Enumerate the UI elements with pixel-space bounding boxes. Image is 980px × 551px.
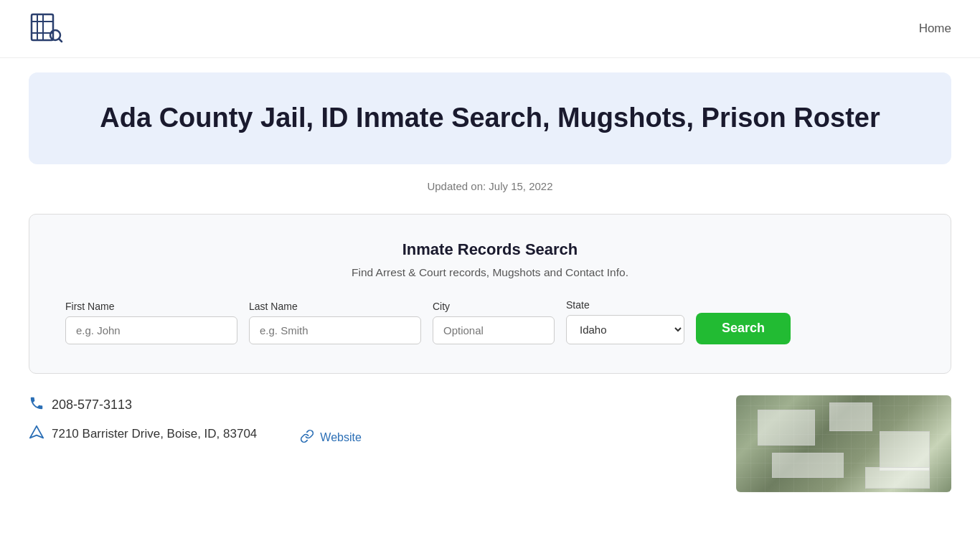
search-card: Inmate Records Search Find Arrest & Cour… bbox=[29, 214, 951, 374]
phone-icon bbox=[29, 395, 44, 415]
map-image bbox=[736, 395, 951, 492]
map-building-2 bbox=[829, 402, 872, 431]
search-fields: First Name Last Name City State AlabamaA… bbox=[65, 299, 915, 344]
info-left: 208-577-3113 7210 Barrister Drive, Boise… bbox=[29, 395, 707, 454]
hero-title: Ada County Jail, ID Inmate Search, Mugsh… bbox=[72, 101, 908, 136]
phone-number: 208-577-3113 bbox=[52, 397, 132, 413]
address-icon bbox=[29, 425, 44, 444]
last-name-field-group: Last Name bbox=[249, 301, 421, 344]
city-field-group: City bbox=[433, 301, 555, 344]
website-link[interactable]: Website bbox=[300, 429, 362, 446]
last-name-input[interactable] bbox=[249, 316, 421, 344]
address-text: 7210 Barrister Drive, Boise, ID, 83704 bbox=[52, 427, 257, 441]
logo[interactable] bbox=[29, 10, 63, 47]
updated-on: Updated on: July 15, 2022 bbox=[0, 180, 980, 192]
map-buildings bbox=[736, 395, 951, 492]
navbar: Home bbox=[0, 0, 980, 58]
state-field-group: State AlabamaAlaskaArizonaArkansasCalifo… bbox=[566, 299, 684, 344]
nav-home[interactable]: Home bbox=[919, 22, 951, 36]
map-building-3 bbox=[772, 453, 844, 478]
search-card-title: Inmate Records Search bbox=[65, 240, 915, 259]
info-phone: 208-577-3113 bbox=[29, 395, 707, 415]
state-label: State bbox=[566, 299, 684, 311]
first-name-input[interactable] bbox=[65, 316, 237, 344]
svg-line-6 bbox=[59, 39, 62, 42]
first-name-field-group: First Name bbox=[65, 301, 237, 344]
svg-marker-7 bbox=[30, 425, 43, 438]
city-label: City bbox=[433, 301, 555, 312]
search-button[interactable]: Search bbox=[696, 313, 791, 344]
info-address: 7210 Barrister Drive, Boise, ID, 83704 bbox=[29, 425, 257, 444]
search-card-subtitle: Find Arrest & Court records, Mugshots an… bbox=[65, 266, 915, 279]
map-building-5 bbox=[865, 467, 930, 489]
map-building-4 bbox=[880, 431, 930, 471]
hero-banner: Ada County Jail, ID Inmate Search, Mugsh… bbox=[29, 72, 951, 164]
website-label: Website bbox=[320, 431, 362, 444]
state-select[interactable]: AlabamaAlaskaArizonaArkansasCaliforniaCo… bbox=[566, 315, 684, 344]
last-name-label: Last Name bbox=[249, 301, 421, 312]
address-row: 7210 Barrister Drive, Boise, ID, 83704 W… bbox=[29, 425, 707, 454]
logo-icon bbox=[29, 10, 63, 47]
city-input[interactable] bbox=[433, 316, 555, 344]
link-icon bbox=[300, 429, 314, 446]
first-name-label: First Name bbox=[65, 301, 237, 312]
map-building-1 bbox=[758, 410, 815, 446]
info-section: 208-577-3113 7210 Barrister Drive, Boise… bbox=[29, 395, 951, 492]
nav-links: Home bbox=[919, 22, 951, 36]
